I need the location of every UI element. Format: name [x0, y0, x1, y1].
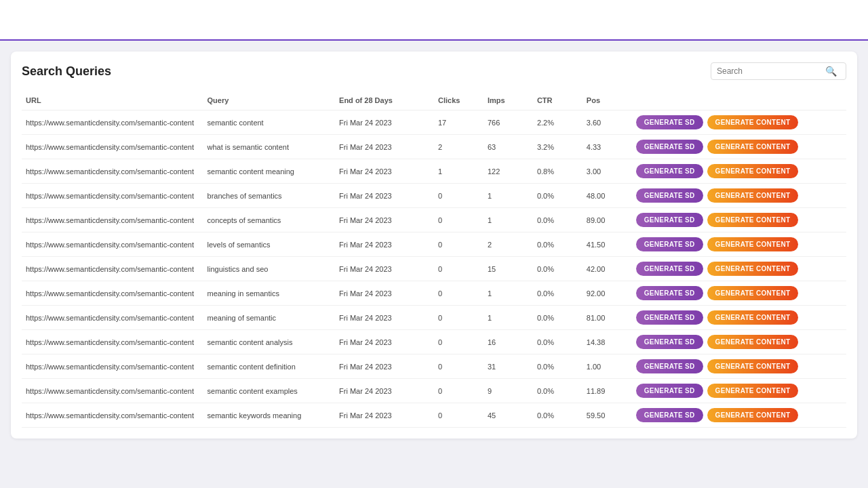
- table-row: https://www.semanticdensity.com/semantic…: [22, 110, 846, 135]
- cell-pos: 89.00: [583, 208, 632, 232]
- cell-pos: 42.00: [583, 257, 632, 281]
- cell-url: https://www.semanticdensity.com/semantic…: [22, 208, 203, 232]
- cell-pos: 41.50: [583, 232, 632, 257]
- cell-clicks: 0: [434, 257, 484, 281]
- cell-imps: 16: [484, 330, 533, 354]
- generate-content-button[interactable]: GENERATE CONTENT: [707, 384, 799, 398]
- top-bar: [0, 0, 868, 41]
- cell-clicks: 0: [434, 403, 484, 428]
- generate-content-button[interactable]: GENERATE CONTENT: [707, 310, 799, 325]
- cell-clicks: 0: [434, 379, 484, 403]
- main-container: Search Queries 🔍 URL Query End of 28 Day…: [11, 52, 857, 439]
- cell-query: meaning of semantic: [203, 306, 336, 330]
- generate-content-button[interactable]: GENERATE CONTENT: [707, 408, 799, 422]
- cell-clicks: 17: [434, 110, 484, 135]
- generate-content-button[interactable]: GENERATE CONTENT: [707, 237, 799, 251]
- generate-sd-button[interactable]: GENERATE SD: [636, 262, 703, 276]
- table-row: https://www.semanticdensity.com/semantic…: [22, 184, 846, 208]
- cell-imps: 2: [484, 232, 533, 257]
- generate-content-button[interactable]: GENERATE CONTENT: [707, 359, 799, 373]
- generate-content-button[interactable]: GENERATE CONTENT: [707, 213, 799, 227]
- cell-query: concepts of semantics: [203, 208, 336, 232]
- cell-end: Fri Mar 24 2023: [335, 208, 434, 232]
- cell-end: Fri Mar 24 2023: [335, 330, 434, 354]
- col-header-ctr: CTR: [533, 91, 583, 110]
- cell-query: meaning in semantics: [203, 281, 336, 306]
- generate-sd-button[interactable]: GENERATE SD: [636, 164, 703, 178]
- generate-content-button[interactable]: GENERATE CONTENT: [707, 286, 799, 300]
- cell-url: https://www.semanticdensity.com/semantic…: [22, 232, 203, 257]
- generate-sd-button[interactable]: GENERATE SD: [636, 359, 703, 373]
- cell-url: https://www.semanticdensity.com/semantic…: [22, 281, 203, 306]
- cell-actions: GENERATE SD GENERATE CONTENT: [632, 379, 846, 403]
- cell-ctr: 0.0%: [533, 257, 583, 281]
- generate-sd-button[interactable]: GENERATE SD: [636, 188, 703, 203]
- cell-query: semantic content definition: [203, 354, 336, 379]
- header-row: Search Queries 🔍: [22, 62, 846, 80]
- col-header-url: URL: [22, 91, 203, 110]
- table-row: https://www.semanticdensity.com/semantic…: [22, 135, 846, 159]
- cell-pos: 48.00: [583, 184, 632, 208]
- generate-sd-button[interactable]: GENERATE SD: [636, 140, 703, 154]
- cell-actions: GENERATE SD GENERATE CONTENT: [632, 208, 846, 232]
- cell-imps: 1: [484, 281, 533, 306]
- cell-query: linguistics and seo: [203, 257, 336, 281]
- page-title: Search Queries: [22, 64, 111, 79]
- generate-content-button[interactable]: GENERATE CONTENT: [707, 115, 799, 129]
- generate-sd-button[interactable]: GENERATE SD: [636, 286, 703, 300]
- cell-actions: GENERATE SD GENERATE CONTENT: [632, 403, 846, 428]
- cell-clicks: 0: [434, 232, 484, 257]
- cell-end: Fri Mar 24 2023: [335, 110, 434, 135]
- cell-pos: 1.00: [583, 354, 632, 379]
- cell-query: what is semantic content: [203, 135, 336, 159]
- generate-sd-button[interactable]: GENERATE SD: [636, 237, 703, 251]
- cell-end: Fri Mar 24 2023: [335, 135, 434, 159]
- cell-pos: 4.33: [583, 135, 632, 159]
- generate-sd-button[interactable]: GENERATE SD: [636, 310, 703, 325]
- generate-sd-button[interactable]: GENERATE SD: [636, 115, 703, 129]
- generate-sd-button[interactable]: GENERATE SD: [636, 335, 703, 349]
- generate-content-button[interactable]: GENERATE CONTENT: [707, 262, 799, 276]
- generate-sd-button[interactable]: GENERATE SD: [636, 384, 703, 398]
- generate-content-button[interactable]: GENERATE CONTENT: [707, 188, 799, 203]
- generate-sd-button[interactable]: GENERATE SD: [636, 408, 703, 422]
- col-header-query: Query: [203, 91, 336, 110]
- cell-url: https://www.semanticdensity.com/semantic…: [22, 379, 203, 403]
- cell-pos: 14.38: [583, 330, 632, 354]
- generate-content-button[interactable]: GENERATE CONTENT: [707, 140, 799, 154]
- col-header-imps: Imps: [484, 91, 533, 110]
- cell-actions: GENERATE SD GENERATE CONTENT: [632, 257, 846, 281]
- cell-end: Fri Mar 24 2023: [335, 306, 434, 330]
- table-row: https://www.semanticdensity.com/semantic…: [22, 281, 846, 306]
- cell-url: https://www.semanticdensity.com/semantic…: [22, 257, 203, 281]
- table-row: https://www.semanticdensity.com/semantic…: [22, 403, 846, 428]
- cell-ctr: 0.0%: [533, 184, 583, 208]
- generate-content-button[interactable]: GENERATE CONTENT: [707, 335, 799, 349]
- cell-url: https://www.semanticdensity.com/semantic…: [22, 184, 203, 208]
- table-row: https://www.semanticdensity.com/semantic…: [22, 330, 846, 354]
- cell-imps: 63: [484, 135, 533, 159]
- cell-ctr: 0.0%: [533, 281, 583, 306]
- table-row: https://www.semanticdensity.com/semantic…: [22, 159, 846, 184]
- cell-actions: GENERATE SD GENERATE CONTENT: [632, 110, 846, 135]
- table-row: https://www.semanticdensity.com/semantic…: [22, 379, 846, 403]
- table-row: https://www.semanticdensity.com/semantic…: [22, 354, 846, 379]
- cell-clicks: 2: [434, 135, 484, 159]
- generate-sd-button[interactable]: GENERATE SD: [636, 213, 703, 227]
- generate-content-button[interactable]: GENERATE CONTENT: [707, 164, 799, 178]
- cell-clicks: 0: [434, 354, 484, 379]
- cell-imps: 1: [484, 208, 533, 232]
- cell-url: https://www.semanticdensity.com/semantic…: [22, 159, 203, 184]
- cell-ctr: 0.0%: [533, 354, 583, 379]
- col-header-actions: [632, 91, 846, 110]
- cell-actions: GENERATE SD GENERATE CONTENT: [632, 306, 846, 330]
- cell-end: Fri Mar 24 2023: [335, 257, 434, 281]
- cell-actions: GENERATE SD GENERATE CONTENT: [632, 159, 846, 184]
- cell-end: Fri Mar 24 2023: [335, 403, 434, 428]
- cell-url: https://www.semanticdensity.com/semantic…: [22, 354, 203, 379]
- cell-end: Fri Mar 24 2023: [335, 354, 434, 379]
- cell-actions: GENERATE SD GENERATE CONTENT: [632, 330, 846, 354]
- search-input[interactable]: [717, 66, 825, 76]
- cell-imps: 122: [484, 159, 533, 184]
- table-row: https://www.semanticdensity.com/semantic…: [22, 232, 846, 257]
